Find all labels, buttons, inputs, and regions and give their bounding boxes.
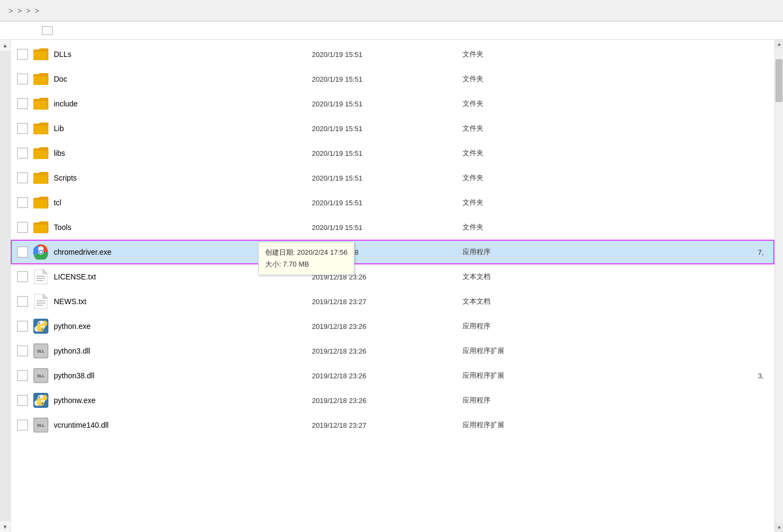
svg-marker-6 xyxy=(43,269,47,274)
file-checkbox[interactable] xyxy=(17,148,28,159)
file-icon xyxy=(32,169,49,186)
left-scrollbar: ▲ ▼ xyxy=(0,40,11,532)
file-date: 2019/12/18 23:27 xyxy=(312,421,462,429)
file-type: 应用程序扩展 xyxy=(462,346,592,356)
file-type: 应用程序 xyxy=(462,321,592,331)
tooltip-size-label: 大小: xyxy=(265,260,283,268)
svg-text:DLL: DLL xyxy=(37,423,45,427)
file-date: 2019/12/18 23:26 xyxy=(312,397,462,405)
file-row[interactable]: DLL python3.dll2019/12/18 23:26应用程序扩展 xyxy=(11,339,774,363)
file-list: DLLs2020/1/19 15:51文件夹 Doc2020/1/19 15:5… xyxy=(11,40,774,532)
v-scroll-up[interactable]: ▲ xyxy=(775,40,783,48)
file-checkbox[interactable] xyxy=(17,123,28,134)
file-name: Doc xyxy=(54,75,312,83)
file-date: 2019/12/18 23:26 xyxy=(312,372,462,380)
file-checkbox[interactable] xyxy=(17,247,28,257)
tooltip-created: 创建日期: 2020/2/24 17:56 xyxy=(265,247,347,258)
file-checkbox[interactable] xyxy=(17,346,28,356)
file-icon xyxy=(32,392,49,409)
file-date: 2020/1/19 15:51 xyxy=(312,51,462,59)
file-row[interactable]: DLL python38.dll2019/12/18 23:26应用程序扩展3, xyxy=(11,363,774,388)
file-icon xyxy=(32,120,49,137)
file-list-wrapper: ▲ ▼ DLLs2020/1/19 15:51文件夹 Doc2020/1/19 … xyxy=(0,40,783,532)
file-row[interactable]: Doc2020/1/19 15:51文件夹 xyxy=(11,67,774,91)
file-date: 2020/1/19 15:51 xyxy=(312,125,462,133)
file-type: 文本文档 xyxy=(462,297,592,306)
file-row[interactable]: Lib2020/1/19 15:51文件夹 xyxy=(11,116,774,141)
file-checkbox[interactable] xyxy=(17,172,28,183)
file-date: 2019/12/18 23:26 xyxy=(312,322,462,330)
file-checkbox[interactable] xyxy=(17,321,28,332)
file-name: python3.dll xyxy=(54,347,312,355)
file-row[interactable]: chromedriver.exe2020/2/13 9:48应用程序7,创建日期… xyxy=(11,240,774,264)
file-row[interactable]: include2020/1/19 15:51文件夹 xyxy=(11,91,774,116)
file-row[interactable]: Scripts2020/1/19 15:51文件夹 xyxy=(11,166,774,190)
file-date: 2020/1/19 15:51 xyxy=(312,100,462,108)
file-date: 2019/12/18 23:26 xyxy=(312,347,462,355)
file-name: pythonw.exe xyxy=(54,396,312,405)
file-row[interactable]: pythonw.exe2019/12/18 23:26应用程序 xyxy=(11,388,774,413)
file-row[interactable]: DLL vcruntime140.dll2019/12/18 23:27应用程序… xyxy=(11,413,774,437)
file-size: 7, xyxy=(592,248,774,256)
file-icon: DLL xyxy=(32,367,49,384)
file-row[interactable]: NEWS.txt2019/12/18 23:27文本文档 xyxy=(11,289,774,314)
svg-point-16 xyxy=(39,322,40,324)
file-row[interactable]: tcl2020/1/19 15:51文件夹 xyxy=(11,190,774,215)
file-checkbox[interactable] xyxy=(17,395,28,406)
file-row[interactable]: python.exe2019/12/18 23:26应用程序 xyxy=(11,314,774,339)
v-scroll-down[interactable]: ▼ xyxy=(775,523,783,532)
right-scrollbar[interactable]: ▲ ▼ xyxy=(774,40,783,532)
file-checkbox[interactable] xyxy=(17,222,28,233)
file-checkbox[interactable] xyxy=(17,296,28,307)
file-row[interactable]: libs2020/1/19 15:51文件夹 xyxy=(11,141,774,166)
scroll-track xyxy=(0,51,10,521)
file-checkbox[interactable] xyxy=(17,271,28,282)
file-date: 2020/1/19 15:51 xyxy=(312,149,462,157)
dropdown-button[interactable] xyxy=(723,3,738,18)
file-icon xyxy=(32,70,49,88)
file-tooltip: 创建日期: 2020/2/24 17:56大小: 7.70 MB xyxy=(258,242,354,275)
file-type: 文件夹 xyxy=(462,198,592,207)
file-name: vcruntime140.dll xyxy=(54,421,312,429)
file-date: 2020/1/19 15:51 xyxy=(312,174,462,182)
file-checkbox[interactable] xyxy=(17,370,28,381)
file-icon: DLL xyxy=(32,416,49,434)
file-row[interactable]: LICENSE.txt2019/12/18 23:26文本文档 xyxy=(11,264,774,289)
scroll-up-arrow[interactable]: ▲ xyxy=(0,40,11,51)
file-icon xyxy=(32,145,49,162)
breadcrumb: > > > > xyxy=(6,6,723,15)
file-name: python38.dll xyxy=(54,371,312,380)
file-name: Scripts xyxy=(54,174,312,182)
sep-1: > xyxy=(9,6,13,15)
svg-text:DLL: DLL xyxy=(37,349,45,353)
file-icon xyxy=(32,268,49,285)
header-checkbox[interactable] xyxy=(42,26,53,35)
v-scroll-thumb[interactable] xyxy=(775,59,782,102)
file-type: 文件夹 xyxy=(462,49,592,59)
file-checkbox[interactable] xyxy=(17,98,28,109)
file-row[interactable]: DLLs2020/1/19 15:51文件夹 xyxy=(11,42,774,67)
scroll-down-arrow[interactable]: ▼ xyxy=(0,521,11,532)
file-name: include xyxy=(54,99,312,108)
file-type: 应用程序 xyxy=(462,396,592,405)
refresh-button[interactable] xyxy=(742,3,757,18)
search-button[interactable] xyxy=(761,3,777,18)
sep-3: > xyxy=(26,6,30,15)
file-row[interactable]: Tools2020/1/19 15:51文件夹 xyxy=(11,215,774,240)
file-name: python.exe xyxy=(54,322,312,330)
file-checkbox[interactable] xyxy=(17,49,28,60)
file-checkbox[interactable] xyxy=(17,74,28,84)
sort-up-button[interactable] xyxy=(27,24,35,38)
sep-4: > xyxy=(35,6,39,15)
tooltip-created-value: 2020/2/24 17:56 xyxy=(297,248,347,256)
tooltip-size-value: 7.70 MB xyxy=(283,260,309,268)
file-icon xyxy=(32,318,49,335)
v-scroll-track xyxy=(775,48,783,523)
file-icon xyxy=(32,243,49,261)
file-icon xyxy=(32,95,49,112)
file-checkbox[interactable] xyxy=(17,197,28,208)
file-type: 应用程序扩展 xyxy=(462,420,592,430)
file-checkbox[interactable] xyxy=(17,420,28,430)
file-type: 应用程序 xyxy=(462,247,592,257)
file-size: 3, xyxy=(592,372,774,380)
